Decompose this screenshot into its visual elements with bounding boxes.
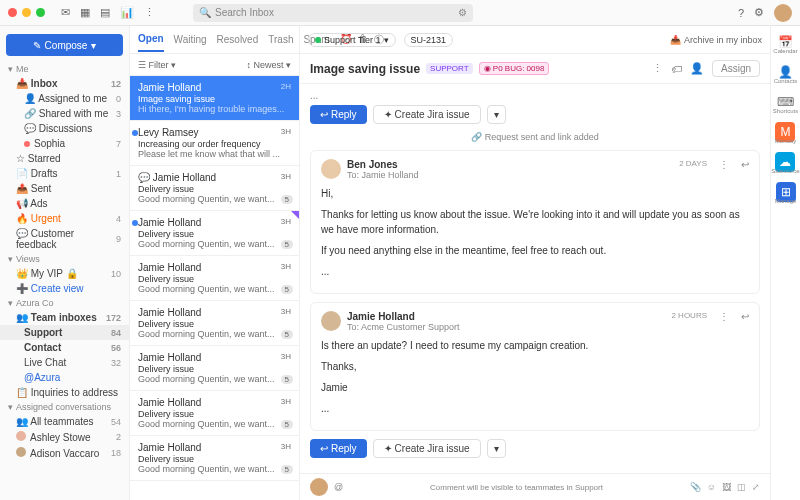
nav-customer-feedback[interactable]: 💬 Customer feedback9 [0, 226, 129, 252]
nav-live-chat[interactable]: Live Chat32 [0, 355, 129, 370]
expand-icon[interactable]: ⤢ [752, 482, 760, 492]
help-icon[interactable]: ? [738, 7, 744, 19]
gif-icon[interactable]: ◫ [737, 482, 746, 492]
tasks-icon[interactable]: ▤ [100, 6, 110, 19]
messages: ... ↩ Reply ✦ Create Jira issue ▾ 🔗 Requ… [300, 84, 770, 473]
section-views[interactable]: ▾ Views [0, 252, 129, 266]
nav-my-vip[interactable]: 👑 My VIP 🔒10 [0, 266, 129, 281]
nav-@azura[interactable]: @Azura [0, 370, 129, 385]
message-more[interactable]: ⋮ [719, 159, 729, 170]
more-icon[interactable]: ⋮ [144, 6, 155, 19]
sender-name: Ben Jones [347, 159, 398, 170]
tab-resolved[interactable]: Resolved [217, 28, 259, 51]
conversation-item[interactable]: Jamie Holland3HDelivery issueGood mornin… [130, 256, 299, 301]
search-icon: 🔍 [199, 7, 211, 18]
nav-ashley-stowe[interactable]: Ashley Stowe2 [0, 429, 129, 445]
nav-drafts[interactable]: 📄 Drafts1 [0, 166, 129, 181]
reply-button[interactable]: ↩ Reply [310, 105, 367, 124]
compose-button[interactable]: ✎ Compose ▾ [6, 34, 123, 56]
composer[interactable]: @ Comment will be visible to teammates i… [300, 473, 770, 500]
nav-contact[interactable]: Contact56 [0, 340, 129, 355]
tab-open[interactable]: Open [138, 27, 164, 52]
nav-support[interactable]: Support84 [0, 325, 129, 340]
minimize-window[interactable] [22, 8, 31, 17]
conversation-item[interactable]: Jamie Holland3HDelivery issueGood mornin… [130, 436, 299, 481]
rail-label: Salesforce [771, 168, 799, 174]
more-actions[interactable]: ▾ [487, 105, 506, 124]
nav-shared-with-me[interactable]: 🔗 Shared with me3 [0, 106, 129, 121]
rail-label: Monday [775, 138, 796, 144]
message-body: Hi,Thanks for letting us know about the … [321, 186, 749, 279]
chevron-down-icon: ▾ [91, 40, 96, 51]
rail-label: Shortcuts [773, 108, 798, 114]
search-placeholder: Search Inbox [215, 7, 274, 18]
thread-title-row: Image saving issue SUPPORT ◉ P0 BUG: 009… [300, 54, 770, 84]
conversation-item[interactable]: Jamie Holland3HDelivery issueGood mornin… [130, 391, 299, 436]
search-input[interactable]: 🔍 Search Inbox ⚙ [193, 4, 473, 22]
conversations: Jamie Holland2HImage saving issueHi ther… [130, 76, 299, 500]
tab-waiting[interactable]: Waiting [174, 28, 207, 51]
close-window[interactable] [8, 8, 17, 17]
settings-icon[interactable]: ⚙ [754, 6, 764, 19]
section-me[interactable]: ▾ Me [0, 62, 129, 76]
more-icon[interactable]: ⋮ [652, 62, 663, 75]
nav-ads[interactable]: 📢 Ads [0, 196, 129, 211]
jira-button-2[interactable]: ✦ Create Jira issue [373, 439, 481, 458]
nav-starred[interactable]: ☆ Starred [0, 151, 129, 166]
nav-inbox[interactable]: 📥 Inbox12 [0, 76, 129, 91]
nav-sent[interactable]: 📤 Sent [0, 181, 129, 196]
archive-button[interactable]: 📥 Archive in my inbox [670, 35, 762, 45]
nav-sophia[interactable]: Sophia7 [0, 136, 129, 151]
rail-label: Manage [775, 198, 797, 204]
conversation-item[interactable]: Levy Ramsey3HIncreasing our order freque… [130, 121, 299, 166]
attach-icon[interactable]: 📎 [690, 482, 701, 492]
nav-team-inboxes[interactable]: 👥 Team inboxes172 [0, 310, 129, 325]
message-more[interactable]: ⋮ [719, 311, 729, 322]
user-avatar[interactable] [774, 4, 792, 22]
conversation-item[interactable]: Jamie Holland3HDelivery issueGood mornin… [130, 346, 299, 391]
conversation-item[interactable]: Jamie Holland3HDelivery issueGood mornin… [130, 211, 299, 256]
filter-button[interactable]: ☰ Filter ▾ [138, 60, 176, 70]
image-icon[interactable]: 🖼 [722, 482, 731, 492]
message-body: Is there an update? I need to resume my … [321, 338, 749, 416]
nav-urgent[interactable]: 🔥 Urgent4 [0, 211, 129, 226]
mention-icon[interactable]: @ [334, 482, 343, 492]
user-icon[interactable]: 👤 [690, 62, 704, 75]
count-badge: 5 [281, 465, 293, 474]
conversation-list: Open Waiting Resolved Trash Spam ⏰ 🗑 ⓘ ☰… [130, 26, 300, 500]
message-reply-icon[interactable]: ↩ [741, 311, 749, 322]
calendar-icon[interactable]: ▦ [80, 6, 90, 19]
tier-pill[interactable]: Support Tier 1 ▾ [308, 33, 396, 47]
nav-all-teammates[interactable]: 👥 All teammates54 [0, 414, 129, 429]
more-actions-2[interactable]: ▾ [487, 439, 506, 458]
tag-icon[interactable]: 🏷 [671, 63, 682, 75]
section-azura[interactable]: ▾ Azura Co [0, 296, 129, 310]
conversation-item[interactable]: Jamie Holland3HDelivery issueGood mornin… [130, 301, 299, 346]
nav-create-view[interactable]: ➕ Create view [0, 281, 129, 296]
analytics-icon[interactable]: 📊 [120, 6, 134, 19]
emoji-icon[interactable]: ☺ [707, 482, 716, 492]
jira-button[interactable]: ✦ Create Jira issue [373, 105, 481, 124]
section-assigned[interactable]: ▾ Assigned conversations [0, 400, 129, 414]
status-tabs: Open Waiting Resolved Trash Spam ⏰ 🗑 ⓘ [130, 26, 299, 54]
bug-tag[interactable]: ◉ P0 BUG: 0098 [479, 62, 550, 75]
assign-button[interactable]: Assign [712, 60, 760, 77]
nav-inquiries-to-address[interactable]: 📋 Inquiries to address [0, 385, 129, 400]
recipient: To: Jamie Holland [347, 170, 673, 180]
conversation-item[interactable]: Jamie Holland2HImage saving issueHi ther… [130, 76, 299, 121]
sort-button[interactable]: ↕ Newest ▾ [246, 60, 291, 70]
sender-avatar [321, 159, 341, 179]
nav-assigned-to-me[interactable]: 👤 Assigned to me0 [0, 91, 129, 106]
nav-adison-vaccaro[interactable]: Adison Vaccaro18 [0, 445, 129, 461]
message-time: 2 DAYS [679, 159, 707, 168]
maximize-window[interactable] [36, 8, 45, 17]
inbox-icon[interactable]: ✉ [61, 6, 70, 19]
tab-trash[interactable]: Trash [268, 28, 293, 51]
nav-discussions[interactable]: 💬 Discussions [0, 121, 129, 136]
support-tag[interactable]: SUPPORT [426, 63, 473, 74]
ticket-pill[interactable]: SU-2131 [404, 33, 454, 47]
filter-icon[interactable]: ⚙ [458, 7, 467, 18]
message-reply-icon[interactable]: ↩ [741, 159, 749, 170]
reply-button-2[interactable]: ↩ Reply [310, 439, 367, 458]
conversation-item[interactable]: 💬 Jamie Holland3HDelivery issueGood morn… [130, 166, 299, 211]
